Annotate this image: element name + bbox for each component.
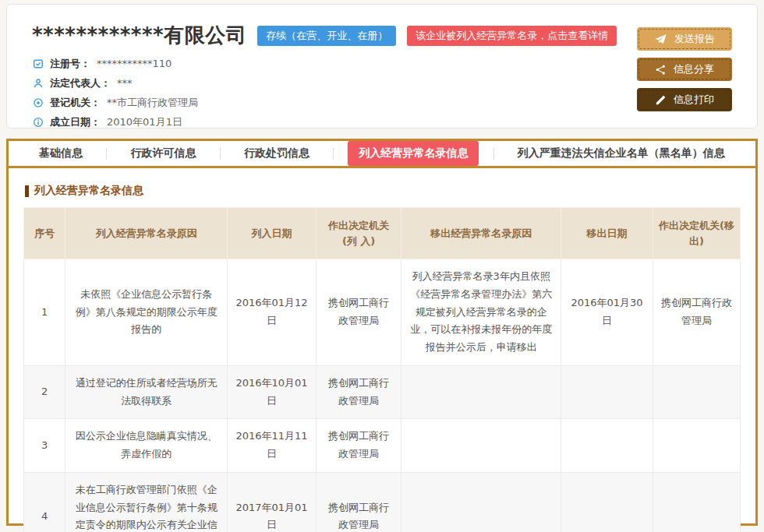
table-cell: 未在工商行政管理部门依照《企业信息公示暂行条例》第十条规定责令的期限内公示有关企… xyxy=(65,472,228,532)
table-cell xyxy=(653,472,740,532)
section-title: 列入经营异常名录信息 xyxy=(25,184,741,198)
table-cell: 携创网工商行政管理局 xyxy=(653,259,740,366)
table-cell: 2016年11月11日 xyxy=(227,419,316,473)
column-header: 列入经营异常名录原因 xyxy=(65,208,228,259)
share-icon xyxy=(655,64,667,76)
print-info-button[interactable]: 信息打印 xyxy=(637,88,732,111)
table-cell: 2 xyxy=(24,365,65,419)
tab-abnormal-operations[interactable]: 列入经营异常名录信息 xyxy=(348,141,479,166)
table-cell: 3 xyxy=(24,419,65,473)
tab-separator xyxy=(493,148,494,160)
tab-admin-penalty[interactable]: 行政处罚信息 xyxy=(235,141,319,166)
table-cell: 携创网工商行政管理局 xyxy=(316,365,401,419)
column-header: 作出决定机关(列 入) xyxy=(316,208,401,259)
tab-basic-info[interactable]: 基础信息 xyxy=(30,141,92,166)
tab-separator xyxy=(220,148,221,160)
table-cell: 1 xyxy=(24,259,65,366)
company-header-card: ************有限公司 存续（在营、开业、在册） 该企业被列入经营异常… xyxy=(6,4,758,129)
tab-separator xyxy=(106,148,107,160)
tab-separator xyxy=(333,148,334,160)
column-header: 作出决定机关(移 出) xyxy=(653,208,740,259)
share-info-button[interactable]: 信息分享 xyxy=(637,58,732,81)
info-value: ***********110 xyxy=(97,58,172,69)
abnormal-records-table: 序号列入经营异常名录原因列入日期作出决定机关(列 入)移出经营异常名录原因移出日… xyxy=(23,207,741,532)
tab-serious-violations[interactable]: 列入严重违法失信企业名单（黑名单）信息 xyxy=(508,141,734,166)
table-row: 1未依照《企业信息公示暂行条例》第八条规定的期限公示年度报告的2016年01月1… xyxy=(24,259,741,366)
table-cell: 未依照《企业信息公示暂行条例》第八条规定的期限公示年度报告的 xyxy=(65,259,228,366)
table-cell: 列入经营异常名录3年内且依照《经营异常名录管理办法》第六规定被列入经营异常名录的… xyxy=(401,259,561,366)
person-icon xyxy=(32,78,44,89)
company-info-row: 登记机关：**市工商行政管理局 xyxy=(32,95,734,110)
send-icon xyxy=(654,33,667,46)
table-cell xyxy=(653,419,740,473)
send-report-button[interactable]: 发送报告 xyxy=(637,27,732,51)
table-row: 4未在工商行政管理部门依照《企业信息公示暂行条例》第十条规定责令的期限内公示有关… xyxy=(24,472,741,532)
table-cell: 携创网工商行政管理局 xyxy=(316,259,401,366)
table-cell: 携创网工商行政管理局 xyxy=(316,419,401,473)
table-cell xyxy=(401,365,561,419)
table-row: 2通过登记的住所或者经营场所无法取得联系2016年10月01日携创网工商行政管理… xyxy=(24,365,741,419)
table-cell: 2016年01月30日 xyxy=(561,259,653,366)
info-label: 注册号： xyxy=(50,57,90,71)
info-value: **市工商行政管理局 xyxy=(107,96,198,110)
column-header: 列入日期 xyxy=(227,208,316,259)
company-info-row: 注册号：***********110 xyxy=(32,56,734,71)
table-cell xyxy=(653,365,740,419)
info-icon xyxy=(32,117,44,128)
table-cell: 2016年01月12日 xyxy=(227,259,316,366)
main-panel: 基础信息行政许可信息行政处罚信息列入经营异常名录信息列入严重违法失信企业名单（黑… xyxy=(6,139,758,526)
table-cell: 2016年10月01日 xyxy=(227,365,316,419)
location-icon xyxy=(32,97,44,108)
info-value: *** xyxy=(117,77,133,89)
info-label: 登记机关： xyxy=(50,96,101,110)
table-cell: 通过登记的住所或者经营场所无法取得联系 xyxy=(65,365,228,419)
table-cell xyxy=(401,472,561,532)
column-header: 移出日期 xyxy=(561,208,653,259)
info-label: 成立日期： xyxy=(50,115,101,129)
abnormal-alert-badge[interactable]: 该企业被列入经营异常名录，点击查看详情 xyxy=(407,26,617,46)
status-badge: 存续（在营、开业、在册） xyxy=(257,26,396,46)
tab-bar: 基础信息行政许可信息行政处罚信息列入经营异常名录信息列入严重违法失信企业名单（黑… xyxy=(9,141,755,168)
info-value: 2010年01月1日 xyxy=(107,115,182,129)
table-cell xyxy=(561,365,653,419)
section-bullet-icon xyxy=(25,185,29,197)
table-cell: 4 xyxy=(24,472,65,532)
company-info-row: 法定代表人：*** xyxy=(32,76,734,90)
certificate-icon xyxy=(32,58,44,69)
table-cell: 携创网工商行政管理局 xyxy=(316,472,401,532)
tab-admin-license[interactable]: 行政许可信息 xyxy=(122,141,206,166)
table-row: 3因公示企业信息隐瞒真实情况、弄虚作假的2016年11月11日携创网工商行政管理… xyxy=(24,419,741,473)
table-cell xyxy=(401,419,561,473)
column-header: 移出经营异常名录原因 xyxy=(401,208,561,259)
table-cell: 因公示企业信息隐瞒真实情况、弄虚作假的 xyxy=(65,419,228,473)
column-header: 序号 xyxy=(24,208,65,259)
table-cell xyxy=(561,472,653,532)
table-cell: 2017年01月01日 xyxy=(227,472,316,532)
print-icon xyxy=(655,94,667,106)
company-name: ************有限公司 xyxy=(32,22,246,49)
table-cell xyxy=(561,419,653,473)
info-label: 法定代表人： xyxy=(50,76,111,90)
company-info-row: 成立日期：2010年01月1日 xyxy=(32,115,734,129)
table-header-row: 序号列入经营异常名录原因列入日期作出决定机关(列 入)移出经营异常名录原因移出日… xyxy=(24,208,741,259)
